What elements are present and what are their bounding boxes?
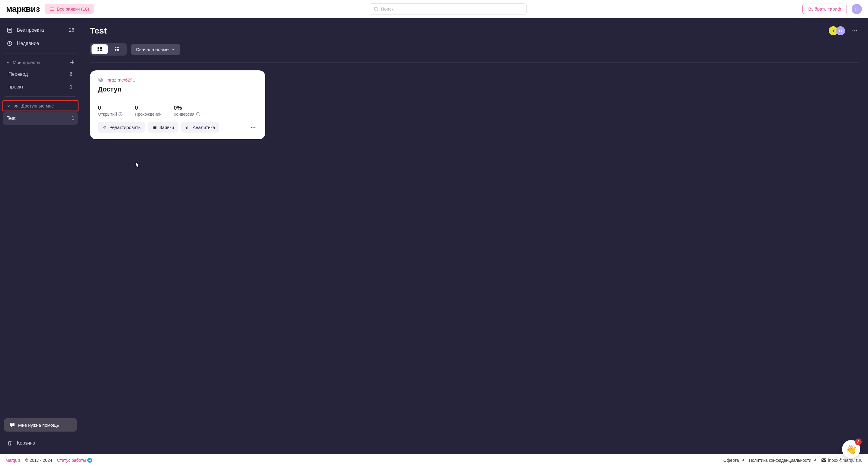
chevron-down-icon [6, 60, 10, 64]
leads-button[interactable]: Заявки [148, 122, 178, 132]
sidebar-item-count: 1 [70, 84, 72, 90]
stat-value: 0 [98, 104, 123, 111]
header: марквиз Все заявки (18) Выбрать тариф Н [0, 0, 868, 18]
stat-value: 0% [174, 104, 200, 111]
sidebar-item-label: Без проекта [17, 28, 44, 33]
svg-rect-1 [7, 28, 12, 32]
pencil-icon [102, 125, 107, 130]
list-view-button[interactable] [109, 44, 125, 54]
stat-completions: 0 Прохождений [135, 104, 162, 117]
sidebar-item-recent[interactable]: Недавние [0, 37, 81, 50]
external-link-icon [813, 459, 816, 462]
footer-offer-label: Оферта [723, 458, 739, 463]
more-menu-button[interactable] [850, 27, 859, 35]
search-input[interactable] [381, 6, 523, 11]
sidebar-item-count: 26 [69, 28, 74, 33]
tariff-button[interactable]: Выбрать тариф [803, 4, 847, 14]
edit-button[interactable]: Редактировать [98, 122, 145, 132]
footer-brand[interactable]: Marquiz [5, 458, 21, 463]
svg-text:?: ? [11, 423, 13, 426]
external-link-icon [741, 459, 744, 462]
sidebar-item-perevod[interactable]: Перевод 6 [0, 68, 81, 81]
project-list: Перевод 6 проект 1 [0, 68, 81, 93]
sidebar-item-test[interactable]: Test 1 [3, 112, 78, 125]
sort-button[interactable]: Сначала новые [131, 44, 180, 55]
card-more-button[interactable] [249, 123, 257, 132]
svg-rect-20 [100, 79, 102, 82]
footer: Marquiz © 2017 - 2024 Статус работы Офер… [0, 454, 868, 466]
stat-value: 0 [135, 104, 162, 111]
svg-point-3 [15, 105, 16, 106]
footer-offer[interactable]: Оферта [723, 458, 744, 463]
sidebar-section-my-projects[interactable]: Мои проекты [0, 57, 81, 68]
list-icon [152, 125, 157, 130]
svg-rect-14 [115, 48, 116, 48]
sidebar-item-proekt[interactable]: проект 1 [0, 81, 81, 93]
search-input-wrap[interactable] [370, 3, 527, 15]
svg-rect-15 [117, 48, 119, 48]
chat-bubble-button[interactable]: 👋 8 [842, 440, 860, 458]
leads-label: Заявки [159, 125, 174, 130]
layout: Без проекта 26 Недавние Мои проекты [0, 18, 868, 454]
sidebar-item-label: Корзина [17, 440, 35, 446]
svg-rect-16 [115, 49, 116, 50]
page-title: Test [90, 26, 107, 36]
stat-opens: 0 Открытий [98, 104, 123, 117]
svg-rect-18 [115, 51, 116, 51]
stat-label: Прохождений [135, 112, 162, 117]
main-divider [90, 62, 859, 63]
copy-icon[interactable] [98, 77, 103, 83]
svg-rect-10 [98, 47, 99, 49]
sidebar-divider [5, 53, 75, 54]
trash-icon [7, 440, 13, 446]
add-project-button[interactable] [69, 60, 75, 65]
bar-chart-icon [185, 125, 190, 130]
clock-icon [7, 40, 13, 46]
footer-privacy[interactable]: Политика конфиденциальности [749, 458, 817, 463]
mail-icon [821, 458, 827, 462]
chat-icon: ? [9, 422, 15, 428]
user-avatar[interactable]: Н [852, 4, 862, 14]
stat-label: Конверсия [174, 112, 194, 117]
sidebar-divider [5, 96, 75, 97]
footer-privacy-label: Политика конфиденциальности [749, 458, 811, 463]
all-leads-label: Все заявки (18) [57, 6, 89, 11]
list-icon [115, 46, 120, 52]
sidebar-section-shared[interactable]: Доступные мне [2, 100, 79, 112]
help-button[interactable]: ? Мне нужна помощь [4, 418, 77, 432]
avatar-group[interactable]: 1 Н [829, 26, 845, 35]
grid-view-button[interactable] [92, 44, 108, 54]
footer-email-label: inbox@marquiz.ru [828, 458, 863, 463]
search-icon [374, 7, 378, 11]
toolbar: Сначала новые [90, 43, 859, 56]
info-icon[interactable] [196, 112, 200, 116]
card-title: Доступ [98, 86, 257, 93]
svg-rect-11 [100, 47, 102, 49]
footer-email[interactable]: inbox@marquiz.ru [821, 458, 863, 463]
stat-label: Открытий [98, 112, 117, 117]
sidebar-item-count: 1 [71, 116, 74, 121]
quiz-card: mrqz.me/62f... Доступ 0 Открытий 0 Прохо… [90, 70, 265, 139]
main-header: Test 1 Н [90, 26, 859, 36]
footer-status[interactable]: Статус работы [57, 458, 92, 463]
sidebar-item-label: Test [7, 116, 16, 121]
svg-rect-19 [117, 51, 119, 51]
info-icon[interactable] [118, 112, 123, 116]
main: Test 1 Н [81, 18, 868, 454]
svg-point-4 [16, 105, 18, 106]
card-url[interactable]: mrqz.me/62f... [106, 77, 135, 83]
all-leads-button[interactable]: Все заявки (18) [45, 4, 94, 14]
stats-row: 0 Открытий 0 Прохождений 0% Конверсия [98, 104, 257, 117]
sidebar-item-trash[interactable]: Корзина [0, 436, 81, 450]
cursor-icon [135, 162, 140, 168]
logo: марквиз [6, 4, 40, 14]
sidebar-item-no-project[interactable]: Без проекта 26 [0, 24, 81, 37]
svg-point-26 [254, 127, 255, 128]
svg-rect-28 [822, 459, 826, 462]
sidebar-item-label: Недавние [17, 41, 39, 46]
edit-label: Редактировать [109, 125, 141, 130]
card-divider [90, 99, 265, 99]
sort-label: Сначала новые [136, 47, 168, 52]
analytics-button[interactable]: Аналитика [181, 122, 219, 132]
svg-point-9 [856, 30, 857, 31]
